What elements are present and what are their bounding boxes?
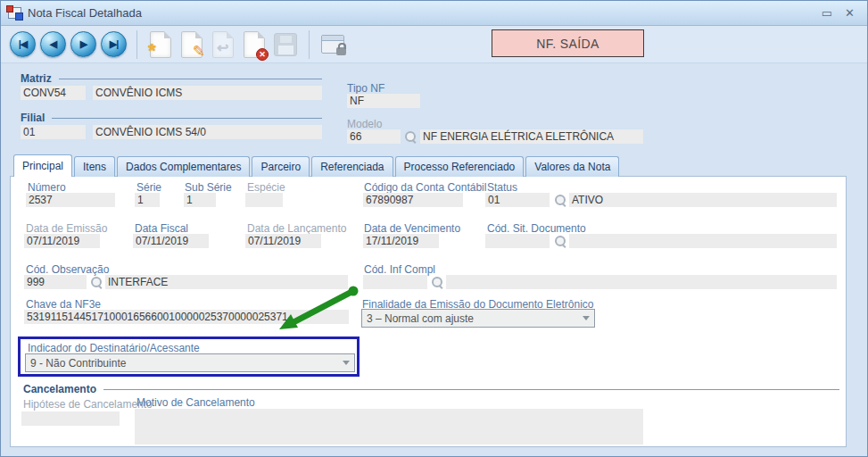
data-vencimento-field[interactable]: 17/11/2019	[363, 234, 439, 248]
edit-record-button[interactable]: ✎	[178, 29, 205, 60]
tab-bar: Principal Itens Dados Complementares Par…	[13, 154, 619, 177]
toolbar-separator	[136, 30, 137, 59]
matriz-desc-field[interactable]: CONVÊNIO ICMS	[93, 86, 322, 100]
tipo-nf-label: Tipo NF	[347, 82, 384, 95]
modelo-desc-field: NF ENERGIA ELÉTRICA ELETRÔNICA	[420, 129, 643, 144]
star-icon: *	[148, 41, 156, 61]
modelo-code-field[interactable]: 66	[347, 129, 401, 144]
previous-record-button[interactable]: ◀	[40, 31, 66, 57]
data-fiscal-label: Data Fiscal	[135, 222, 188, 235]
cod-inf-compl-search-icon[interactable]	[431, 276, 443, 288]
new-document-icon: *	[150, 31, 171, 58]
cod-sit-documento-search-icon[interactable]	[554, 235, 566, 247]
filial-code-field[interactable]: 01	[21, 125, 86, 139]
tab-valores-da-nota[interactable]: Valores da Nota	[525, 156, 619, 177]
cod-observacao-code-field[interactable]: 999	[24, 275, 87, 289]
cod-sit-documento-code-field[interactable]	[485, 234, 550, 248]
window-title: Nota Fiscal Detalhada	[28, 6, 142, 20]
close-button[interactable]: ✕	[845, 7, 855, 19]
cancelamento-group-label: Cancelamento	[23, 383, 96, 395]
cod-inf-compl-desc-field	[446, 275, 837, 289]
first-record-button[interactable]: |◀	[10, 31, 36, 57]
cod-observacao-label: Cód. Observação	[26, 263, 109, 276]
minimize-button[interactable]: ▭	[822, 7, 832, 19]
hipotese-cancelamento-label: Hipótese de Cancelamento	[23, 398, 153, 411]
status-desc-field: ATIVO	[569, 193, 837, 207]
tab-principal[interactable]: Principal	[13, 154, 72, 177]
red-x-icon: ✕	[256, 48, 269, 61]
matriz-code-field[interactable]: CONV54	[21, 86, 86, 100]
lock-window-icon	[321, 35, 344, 54]
filial-desc-field[interactable]: CONVÊNIO ICMS 54/0	[93, 125, 322, 139]
toolbar-separator	[309, 30, 310, 59]
conta-contabil-label: Código da Conta Contábil	[364, 181, 486, 194]
cod-sit-documento-label: Cód. Sit. Documento	[487, 222, 586, 235]
numero-field[interactable]: 2537	[26, 193, 115, 207]
cod-inf-compl-label: Cód. Inf Compl	[364, 263, 435, 276]
undo-button: ↩	[210, 29, 236, 60]
data-lancamento-label: Data de Lançamento	[247, 222, 346, 235]
status-code-field[interactable]: 01	[485, 193, 550, 207]
filial-group-header: Filial	[21, 112, 322, 124]
tab-referenciada[interactable]: Referenciada	[311, 156, 393, 177]
tab-dados-complementares[interactable]: Dados Complementares	[117, 156, 250, 177]
chevron-down-icon	[583, 316, 590, 320]
cancelamento-group-header: Cancelamento	[23, 383, 839, 395]
sub-serie-field[interactable]: 1	[184, 193, 216, 207]
toolbar: |◀ ◀ ▶ ▶| * ✎ ↩ ✕ NF. SAÍDA	[1, 26, 867, 63]
tab-itens[interactable]: Itens	[74, 156, 115, 177]
cod-sit-documento-desc-field	[569, 234, 837, 248]
hipotese-cancelamento-field[interactable]	[21, 411, 120, 426]
cod-observacao-search-icon[interactable]	[90, 276, 103, 288]
serie-field[interactable]: 1	[135, 193, 160, 207]
indicador-dropdown[interactable]: 9 - Não Contribuinte	[25, 353, 355, 372]
pencil-icon: ✎	[193, 44, 205, 59]
modelo-search-icon[interactable]	[404, 130, 417, 143]
modelo-label: Modelo	[347, 118, 382, 130]
matriz-group-header: Matriz	[21, 72, 322, 85]
padlock-icon	[336, 47, 346, 55]
finalidade-dropdown[interactable]: 3 – Normal com ajuste	[361, 309, 595, 328]
filial-group-label: Filial	[21, 112, 45, 124]
delete-document-icon: ✕	[244, 31, 265, 58]
save-button	[272, 29, 299, 60]
motivo-cancelamento-field[interactable]	[135, 409, 643, 445]
status-search-icon[interactable]	[554, 194, 566, 206]
undo-arrow-icon: ↩	[217, 41, 228, 55]
tipo-nf-field[interactable]: NF	[347, 94, 420, 108]
undo-document-icon: ↩	[212, 31, 234, 58]
data-emissao-field[interactable]: 07/11/2019	[24, 234, 100, 248]
titlebar: Nota Fiscal Detalhada ▭ ✕	[1, 1, 867, 26]
serie-label: Série	[136, 181, 161, 194]
indicador-label: Indicador do Destinatário/Acessante	[28, 342, 200, 354]
app-window: Nota Fiscal Detalhada ▭ ✕ |◀ ◀ ▶ ▶| * ✎ …	[0, 0, 868, 457]
tab-processo-referenciado[interactable]: Processo Referenciado	[395, 156, 525, 177]
lock-button[interactable]	[319, 29, 346, 60]
especie-field[interactable]	[245, 193, 283, 207]
status-label: Status	[487, 181, 517, 194]
conta-contabil-field[interactable]: 67890987	[363, 193, 463, 207]
new-record-button[interactable]: *	[147, 29, 174, 60]
save-floppy-icon	[274, 33, 297, 56]
next-record-button[interactable]: ▶	[70, 31, 96, 57]
tab-parceiro[interactable]: Parceiro	[252, 156, 310, 177]
chave-nf3e-label: Chave da NF3e	[26, 298, 101, 311]
green-annotation-arrow	[269, 279, 367, 340]
indicador-selected-value: 9 - Não Contribuinte	[30, 357, 126, 370]
numero-label: Número	[28, 181, 66, 194]
especie-label: Espécie	[247, 181, 285, 194]
last-record-button[interactable]: ▶|	[101, 31, 127, 57]
cod-inf-compl-code-field[interactable]	[363, 275, 427, 289]
finalidade-selected-value: 3 – Normal com ajuste	[367, 312, 474, 325]
data-lancamento-field[interactable]: 07/11/2019	[245, 234, 321, 248]
data-emissao-label: Data de Emissão	[26, 222, 107, 235]
chevron-down-icon	[343, 361, 350, 365]
form-icon	[8, 7, 21, 19]
data-vencimento-label: Data de Vencimento	[364, 222, 460, 235]
edit-document-icon: ✎	[181, 31, 203, 58]
delete-record-button[interactable]: ✕	[241, 29, 268, 60]
matriz-group-label: Matriz	[21, 72, 52, 85]
data-fiscal-field[interactable]: 07/11/2019	[133, 234, 209, 248]
sub-serie-label: Sub Série	[185, 181, 232, 194]
nf-saida-badge: NF. SAÍDA	[492, 29, 644, 57]
